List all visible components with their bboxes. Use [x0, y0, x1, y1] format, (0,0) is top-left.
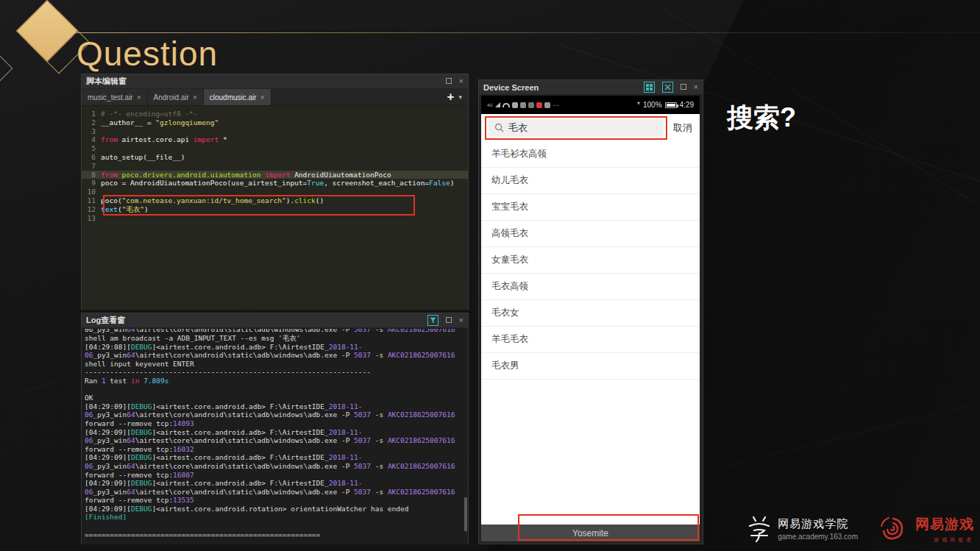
tab-close-icon[interactable]: × — [193, 93, 197, 102]
code-line: 12text("毛衣") — [82, 205, 468, 214]
log-close-icon[interactable]: × — [459, 316, 464, 324]
editor-titlebar: 脚本编辑窗 × — [82, 74, 468, 89]
suggestion-item[interactable]: 毛衣高领 — [481, 274, 700, 300]
code-editor-area[interactable]: 1# -*- encoding=utf8 -*-2__author__ = "g… — [82, 106, 468, 310]
editor-tabbar: music_test.air×Android.air×cloudmusic.ai… — [82, 89, 468, 106]
line-number: 7 — [82, 162, 101, 171]
device-screen-window: Device Screen × 4G — [478, 79, 703, 544]
suggestion-item[interactable]: 毛衣男 — [481, 353, 700, 380]
log-line: 06_py3_win64\airtest\core\android\static… — [85, 351, 465, 360]
code-line: 4from airtest.core.api import * — [82, 135, 468, 144]
footer-brands: 网易游戏学院 game.academy.163.com 网易游戏 游戏热爱者 — [747, 513, 974, 545]
code-line: 10 — [82, 188, 468, 196]
line-number: 1 — [82, 110, 101, 118]
suggestion-item[interactable]: 女童毛衣 — [481, 247, 700, 274]
log-line: forward --remove tcp:16032 — [85, 445, 465, 454]
log-float-icon[interactable] — [446, 316, 452, 324]
battery-percent: 100% — [643, 101, 662, 109]
decor-line — [662, 7, 975, 203]
editor-close-icon[interactable]: × — [459, 77, 464, 85]
more-notifications-icon: ⋯ — [553, 102, 559, 109]
log-line: 06_py3_win64\airtest\core\android\static… — [85, 462, 465, 471]
editor-float-icon[interactable] — [446, 77, 452, 85]
editor-tab[interactable]: Android.air× — [148, 89, 204, 105]
line-number: 10 — [82, 188, 101, 196]
line-number: 2 — [82, 118, 101, 127]
battery-icon — [665, 102, 677, 108]
search-suggestion-list: 羊毛衫衣高领幼儿毛衣宝宝毛衣高领毛衣女童毛衣毛衣高领毛衣女羊毛毛衣毛衣男 — [481, 141, 700, 380]
clock: 4:29 — [680, 101, 694, 109]
log-line: [04:29:09][DEBUG]<airtest.core.android.r… — [85, 505, 465, 513]
line-number: 6 — [82, 153, 101, 162]
tab-list-dropdown-icon[interactable]: ▾ — [458, 93, 462, 101]
device-window-title: Device Screen — [483, 83, 539, 92]
log-line: shell am broadcast -a ADB_INPUT_TEXT --e… — [85, 334, 465, 343]
editor-tab[interactable]: music_test.air× — [82, 89, 148, 105]
decor-gold-line — [68, 32, 980, 33]
notification-icon — [544, 102, 550, 108]
wifi-icon — [503, 103, 510, 107]
network-type-label: 4G — [487, 103, 493, 107]
search-bar: 毛衣 取消 — [481, 114, 700, 141]
log-line: forward --remove tcp:16807 — [85, 471, 465, 480]
log-line: [Finished] — [85, 513, 465, 522]
code-line: 9poco = AndroidUiautomationPoco(use_airt… — [82, 179, 468, 188]
suggestion-item[interactable]: 羊毛衫衣高领 — [481, 141, 700, 168]
device-tools-icon[interactable] — [662, 82, 673, 93]
search-annotation-red-box: 毛衣 — [485, 116, 667, 140]
add-tab-button[interactable]: + — [447, 92, 455, 102]
tab-label: cloudmusic.air — [210, 93, 257, 102]
log-filter-icon[interactable] — [427, 315, 438, 326]
tab-close-icon[interactable]: × — [260, 93, 265, 102]
code-line: 6auto_setup(__file__) — [82, 153, 468, 162]
phone-mirror[interactable]: 4G ⋯ * 100% 4:29 — [481, 96, 700, 541]
netease-games-tagline: 游戏热爱者 — [915, 536, 974, 544]
suggestion-item[interactable]: 幼儿毛衣 — [481, 168, 700, 194]
search-input[interactable]: 毛衣 — [489, 119, 664, 137]
device-titlebar: Device Screen × — [479, 80, 703, 95]
line-number: 4 — [82, 135, 101, 144]
device-grid-settings-icon[interactable] — [644, 82, 655, 93]
screen-blank-area — [481, 380, 700, 525]
log-output-area[interactable]: 06_py3_win64\airtest\core\android\static… — [82, 328, 468, 544]
line-number: 11 — [82, 196, 101, 205]
log-line: [04:29:09][DEBUG]<airtest.core.android.a… — [85, 428, 465, 437]
cancel-button[interactable]: 取消 — [673, 121, 692, 135]
code-line: 8from poco.drivers.android.uiautomation … — [82, 171, 468, 179]
academy-url: game.academy.163.com — [778, 533, 858, 541]
log-line: Ran 1 test in 7.809s — [85, 377, 465, 385]
decor-edge-triangle — [0, 55, 13, 82]
device-float-icon[interactable] — [681, 83, 686, 91]
suggestion-item[interactable]: 毛衣女 — [481, 300, 700, 327]
line-number: 3 — [82, 127, 101, 136]
decor-line — [706, 396, 980, 472]
editor-tab[interactable]: cloudmusic.air× — [204, 89, 271, 105]
log-line-clipped: 06_py3_win64\airtest\core\android\static… — [85, 329, 465, 334]
log-scrollbar[interactable] — [464, 497, 467, 531]
suggestion-item[interactable]: 宝宝毛衣 — [481, 194, 700, 221]
log-line: ========================================… — [85, 530, 465, 539]
code-line: 11poco("com.netease.yanxuan:id/tv_home_s… — [82, 196, 468, 205]
academy-name: 网易游戏学院 — [778, 517, 858, 531]
code-line: 5 — [82, 144, 468, 153]
tab-label: Android.air — [154, 93, 189, 102]
keyboard-bar[interactable]: Yosemite — [481, 525, 700, 541]
suggestion-item[interactable]: 高领毛衣 — [481, 221, 700, 247]
phone-screen: 毛衣 取消 羊毛衫衣高领幼儿毛衣宝宝毛衣高领毛衣女童毛衣毛衣高领毛衣女羊毛毛衣毛… — [481, 114, 700, 541]
code-line: 1# -*- encoding=utf8 -*- — [82, 110, 468, 118]
netease-games-name: 网易游戏 — [915, 515, 974, 534]
tab-close-icon[interactable]: × — [137, 93, 141, 102]
log-line: forward --remove tcp:13535 — [85, 496, 465, 505]
tab-label: music_test.air — [88, 93, 133, 102]
log-line: OK — [85, 394, 465, 402]
code-line: 3 — [82, 127, 468, 136]
line-number: 13 — [82, 214, 101, 223]
log-line: [04:29:09][DEBUG]<airtest.core.android.a… — [85, 479, 465, 488]
editor-window-title: 脚本编辑窗 — [86, 76, 127, 87]
keyboard-name-label: Yosemite — [572, 528, 608, 538]
device-close-icon[interactable]: × — [694, 83, 698, 91]
academy-brand: 网易游戏学院 game.academy.163.com — [747, 514, 858, 544]
log-titlebar: Log查看窗 × — [82, 313, 468, 328]
log-viewer-window: Log查看窗 × 06_py3_win64\airtest\core\andro… — [81, 313, 469, 544]
suggestion-item[interactable]: 羊毛毛衣 — [481, 327, 700, 353]
